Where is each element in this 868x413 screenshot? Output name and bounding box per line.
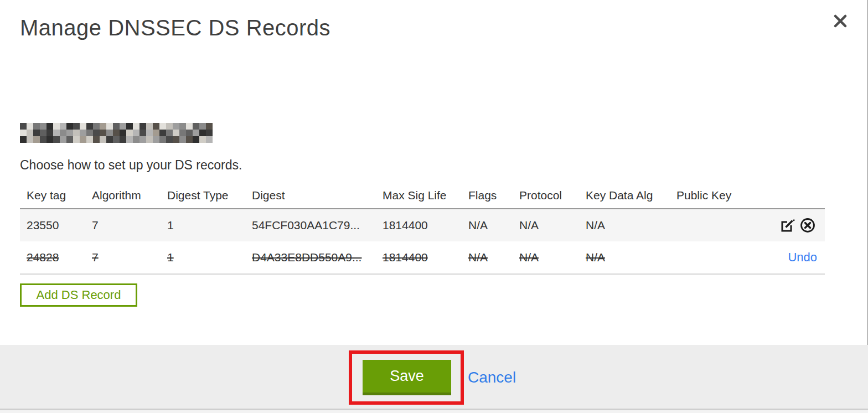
close-icon: [833, 13, 848, 29]
edit-icon: [779, 217, 796, 234]
cell-digest-type: 1: [161, 251, 245, 264]
save-button[interactable]: Save: [363, 360, 451, 395]
cell-flags: N/A: [462, 219, 513, 232]
page-title: Manage DNSSEC DS Records: [20, 16, 330, 40]
instruction-text: Choose how to set up your DS records.: [20, 158, 242, 173]
cell-digest: D4A33E8DD550A9...: [245, 251, 376, 264]
cell-key-data-alg: N/A: [579, 219, 670, 232]
domain-name-redacted: [20, 123, 216, 143]
cell-digest-type: 1: [161, 219, 245, 232]
edit-record-button[interactable]: [778, 216, 797, 235]
col-header-max-sig-life: Max Sig Life: [376, 189, 462, 202]
cell-algorithm: 7: [85, 251, 161, 264]
add-ds-record-button[interactable]: Add DS Record: [20, 283, 137, 307]
ds-records-table: Key tag Algorithm Digest Type Digest Max…: [20, 183, 825, 275]
cell-algorithm: 7: [85, 219, 161, 232]
undo-link[interactable]: Undo: [788, 250, 817, 265]
table-row: 23550 7 1 54FCF030AA1C79... 1814400 N/A …: [20, 208, 825, 241]
col-header-digest: Digest: [245, 189, 376, 202]
modal-bottom-edge: [0, 409, 868, 413]
table-row-deleted: 24828 7 1 D4A33E8DD550A9... 1814400 N/A …: [20, 241, 825, 275]
col-header-public-key: Public Key: [670, 189, 747, 202]
col-header-protocol: Protocol: [513, 189, 579, 202]
col-header-key-data-alg: Key Data Alg: [579, 189, 670, 202]
modal-footer: Save Cancel: [0, 345, 868, 409]
delete-circle-icon: [799, 217, 816, 234]
cell-protocol: N/A: [513, 251, 579, 264]
delete-record-button[interactable]: [798, 216, 817, 235]
col-header-digest-type: Digest Type: [161, 189, 245, 202]
close-button[interactable]: [833, 13, 848, 29]
col-header-flags: Flags: [462, 189, 513, 202]
col-header-algorithm: Algorithm: [85, 189, 161, 202]
table-header-row: Key tag Algorithm Digest Type Digest Max…: [20, 183, 825, 208]
cell-digest: 54FCF030AA1C79...: [245, 219, 376, 232]
cell-flags: N/A: [462, 251, 513, 264]
cell-key-data-alg: N/A: [579, 251, 670, 264]
cell-key-tag: 23550: [20, 219, 85, 232]
cell-protocol: N/A: [513, 219, 579, 232]
cancel-link[interactable]: Cancel: [468, 369, 516, 386]
cell-key-tag: 24828: [20, 251, 85, 264]
col-header-key-tag: Key tag: [20, 189, 85, 202]
cell-max-sig-life: 1814400: [376, 219, 462, 232]
cell-max-sig-life: 1814400: [376, 251, 462, 264]
